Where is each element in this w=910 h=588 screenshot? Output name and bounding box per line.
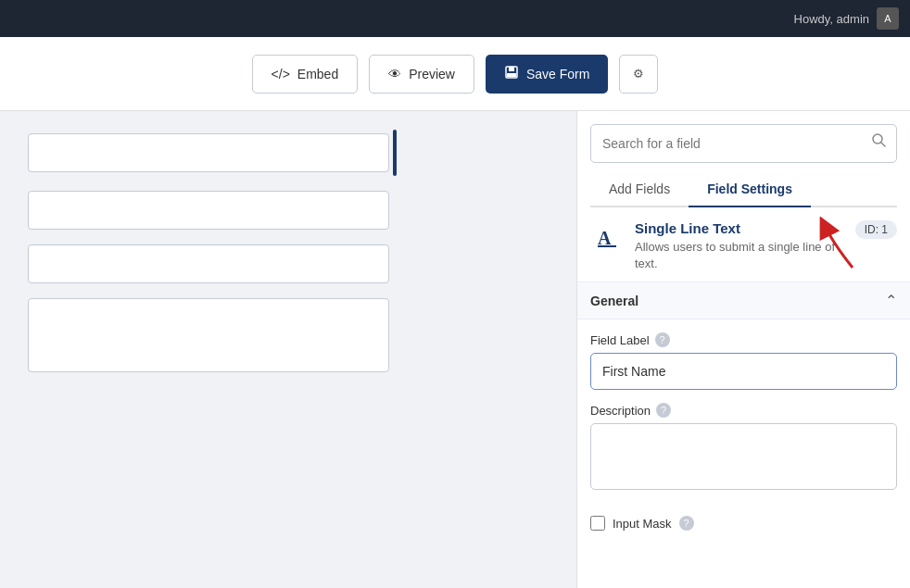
- input-mask-label: Input Mask: [613, 517, 672, 531]
- field-label-section: Field Label ?: [577, 319, 910, 403]
- general-section-header[interactable]: General ⌃: [577, 281, 910, 319]
- field-label-help-icon[interactable]: ?: [655, 332, 670, 347]
- form-field-row-3: [28, 244, 549, 283]
- search-input[interactable]: [590, 124, 897, 163]
- field-label-row: Field Label ?: [590, 332, 897, 347]
- svg-rect-2: [507, 73, 516, 77]
- embed-code-icon: </>: [272, 67, 290, 81]
- eye-icon: 👁: [388, 67, 401, 81]
- description-help-icon[interactable]: ?: [656, 403, 671, 418]
- input-mask-help-icon[interactable]: ?: [679, 516, 694, 531]
- description-label-text: Description: [590, 404, 651, 418]
- general-section-title: General: [590, 294, 638, 308]
- form-input-4[interactable]: [28, 298, 389, 372]
- right-panel: Add Fields Field Settings A Single Line …: [576, 111, 910, 588]
- preview-button[interactable]: 👁 Preview: [369, 55, 474, 94]
- user-label: Howdy, admin: [794, 12, 869, 26]
- tabs: Add Fields Field Settings: [590, 172, 897, 207]
- svg-line-4: [881, 143, 885, 146]
- field-label-input[interactable]: [590, 353, 897, 390]
- search-bar-container: [577, 111, 910, 172]
- tab-field-settings[interactable]: Field Settings: [689, 172, 811, 206]
- toolbar: </> Embed 👁 Preview Save Form ⚙: [0, 37, 910, 111]
- field-type-card: A Single Line Text Allows users to submi…: [577, 207, 910, 281]
- description-label-row: Description ?: [590, 403, 897, 418]
- tab-add-fields[interactable]: Add Fields: [590, 172, 689, 206]
- field-type-icon: A: [590, 220, 624, 254]
- top-bar: Howdy, admin A: [0, 0, 910, 37]
- active-indicator: [393, 130, 397, 176]
- description-section: Description ?: [577, 403, 910, 507]
- form-field-row-1: [28, 130, 549, 176]
- form-canvas: [0, 111, 576, 588]
- form-field-row-4: [28, 298, 549, 372]
- search-icon: [871, 132, 886, 151]
- svg-rect-1: [509, 67, 514, 71]
- input-mask-checkbox[interactable]: [590, 516, 605, 531]
- chevron-up-icon: ⌃: [885, 292, 897, 309]
- embed-button[interactable]: </> Embed: [252, 55, 359, 94]
- main-layout: Add Fields Field Settings A Single Line …: [0, 111, 910, 588]
- gear-icon: ⚙: [633, 67, 644, 81]
- save-form-button[interactable]: Save Form: [486, 55, 608, 94]
- form-input-2[interactable]: [28, 191, 389, 230]
- settings-button[interactable]: ⚙: [619, 55, 658, 94]
- input-mask-row: Input Mask ?: [577, 507, 910, 531]
- avatar: A: [877, 7, 899, 30]
- field-label-text: Field Label: [590, 333, 650, 347]
- form-input-1[interactable]: [28, 133, 389, 172]
- save-icon: [504, 65, 519, 82]
- red-arrow-indicator: [806, 217, 862, 276]
- user-info: Howdy, admin A: [794, 7, 899, 30]
- svg-text:A: A: [598, 228, 612, 248]
- description-textarea[interactable]: [590, 423, 897, 490]
- form-field-row-2: [28, 191, 549, 230]
- form-input-3[interactable]: [28, 244, 389, 283]
